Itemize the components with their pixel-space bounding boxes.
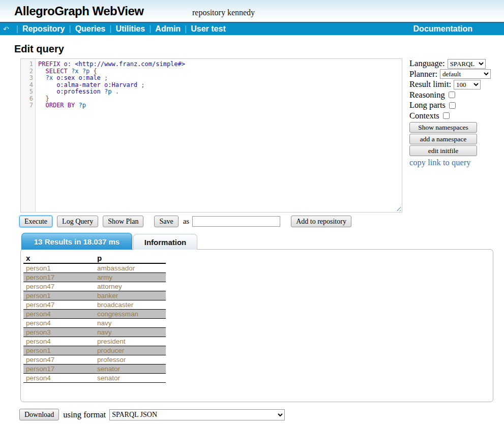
table-row: person1ambassador (23, 263, 166, 273)
line-number: 6 (21, 96, 33, 103)
show-namespaces-button[interactable]: Show namespaces (409, 122, 477, 133)
add-to-repository-button[interactable]: Add to repository (291, 216, 351, 227)
table-row: person4senator (23, 374, 166, 383)
code-line: ?x o:sex o:male ; (38, 75, 402, 82)
results-tabs: 13 Results in 18.037 ms Information (21, 233, 504, 250)
long-parts-checkbox[interactable] (449, 102, 456, 109)
code-token (38, 95, 45, 102)
reasoning-label: Reasoning (409, 90, 445, 100)
planner-select[interactable]: default (440, 69, 491, 79)
result-limit-row: Result limit: 100 (409, 79, 504, 90)
code-token (60, 60, 64, 68)
nav-separator: | (185, 24, 187, 34)
add-namespace-button[interactable]: add a namespace (409, 134, 477, 144)
table-row: person47broadcaster (23, 300, 166, 310)
table-row: person4president (23, 337, 166, 346)
table-cell: senator (95, 365, 166, 374)
line-number: 7 (21, 102, 33, 109)
copy-link-to-query[interactable]: copy link to query (409, 158, 504, 168)
code-token: ?p (82, 68, 90, 75)
code-area[interactable]: PREFIX o: <http://www.franz.com/simple#>… (36, 59, 402, 212)
code-token: ; (104, 74, 108, 81)
results-table: x p person1ambassadorperson17armyperson4… (23, 253, 166, 383)
show-plan-button[interactable]: Show Plan (103, 216, 143, 227)
nav-item-repository[interactable]: Repository (22, 24, 65, 34)
line-number: 4 (21, 82, 33, 89)
contexts-checkbox[interactable] (443, 112, 450, 119)
save-name-input[interactable] (192, 216, 280, 227)
table-cell: banker (95, 291, 166, 300)
back-arrow-icon[interactable]: ↶ (3, 25, 9, 33)
results-tbody: person1ambassadorperson17armyperson47att… (23, 263, 166, 383)
editor-gutter: 1234567 (21, 59, 36, 212)
code-token: o:profession (56, 88, 101, 95)
table-row: person4navy (23, 319, 166, 328)
nav-item-documentation[interactable]: Documentation (413, 24, 472, 34)
repository-label: repository kennedy (192, 8, 255, 17)
contexts-row: Contexts (409, 111, 504, 122)
table-cell: professor (95, 355, 166, 365)
table-row: person47professor (23, 355, 166, 365)
code-token: { (93, 68, 97, 75)
table-row: person17army (23, 273, 166, 282)
app-title: AllegroGraph WebView (14, 4, 144, 18)
code-token (38, 68, 45, 75)
table-cell: broadcaster (95, 300, 166, 310)
planner-label: Planner: (409, 69, 437, 79)
nav-separator: | (109, 24, 111, 34)
code-token: o:male (79, 74, 101, 81)
line-number: 1 (21, 61, 33, 68)
code-token: ORDER BY (45, 102, 75, 109)
save-as-label: as (183, 217, 190, 226)
table-cell: person4 (23, 374, 95, 383)
execute-button[interactable]: Execute (19, 216, 52, 227)
table-cell: person4 (23, 319, 95, 328)
table-row: person17senator (23, 365, 166, 374)
code-token (38, 88, 56, 95)
download-button[interactable]: Download (19, 409, 59, 420)
language-select[interactable]: SPARQL (448, 59, 486, 69)
long-parts-label: Long parts (409, 100, 446, 110)
table-cell: president (95, 337, 166, 346)
table-cell: person1 (23, 263, 95, 273)
code-token (79, 68, 82, 75)
nav-separator: | (16, 24, 18, 34)
code-token: ; (141, 81, 144, 88)
code-token (75, 74, 78, 81)
table-cell: navy (95, 319, 166, 328)
reasoning-checkbox[interactable] (449, 92, 455, 98)
code-token: ?x (45, 74, 52, 81)
nav-item-utilities[interactable]: Utilities (115, 24, 145, 34)
tab-information[interactable]: Information (133, 234, 197, 250)
table-cell: attorney (95, 282, 166, 291)
query-editor[interactable]: 1234567 PREFIX o: <http://www.franz.com/… (20, 58, 402, 213)
format-select[interactable]: SPARQL JSON (109, 409, 285, 420)
code-token: . (115, 88, 119, 95)
page-title: Edit query (14, 43, 504, 55)
code-token (101, 88, 104, 95)
table-row: person1banker (23, 291, 166, 300)
table-cell: person3 (23, 328, 95, 337)
result-limit-select[interactable]: 100 (454, 80, 481, 89)
nav-item-user-test[interactable]: User test (191, 24, 225, 34)
language-label: Language: (409, 58, 445, 69)
nav-item-admin[interactable]: Admin (155, 24, 181, 34)
query-toolbar: Execute Log Query Show Plan Save as Add … (19, 216, 504, 227)
contexts-label: Contexts (409, 111, 439, 121)
save-button[interactable]: Save (154, 216, 178, 227)
nav-item-queries[interactable]: Queries (75, 24, 106, 34)
using-format-label: using format (63, 410, 106, 420)
query-options: Language: SPARQL Planner: default Result… (409, 58, 504, 213)
tab-results[interactable]: 13 Results in 18.037 ms (21, 233, 132, 250)
code-token: ?p (78, 102, 85, 109)
edit-initfile-button[interactable]: edit initfile (409, 145, 477, 156)
table-cell: person1 (23, 291, 95, 300)
nav-separator: | (69, 24, 71, 34)
code-token (101, 81, 104, 88)
code-token (38, 81, 56, 88)
log-query-button[interactable]: Log Query (57, 216, 98, 227)
table-cell: navy (95, 328, 166, 337)
long-parts-row: Long parts (409, 100, 504, 111)
code-token: SELECT (45, 68, 67, 75)
planner-row: Planner: default (409, 69, 504, 80)
